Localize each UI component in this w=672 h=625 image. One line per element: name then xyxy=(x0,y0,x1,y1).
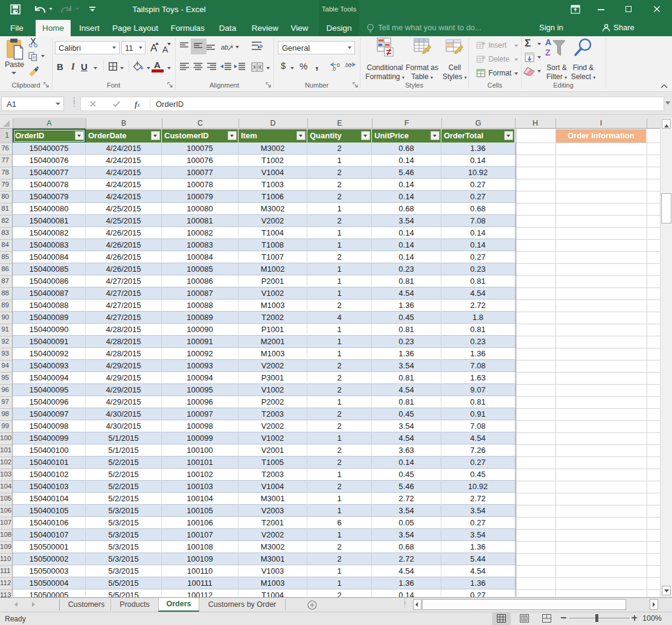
svg-text:ab: ab xyxy=(221,43,228,51)
svg-text:.00: .00 xyxy=(344,62,351,68)
svg-text:Z: Z xyxy=(545,48,551,57)
svg-text:0: 0 xyxy=(337,62,340,68)
svg-text:A: A xyxy=(545,37,551,47)
svg-text:.0: .0 xyxy=(331,66,336,71)
